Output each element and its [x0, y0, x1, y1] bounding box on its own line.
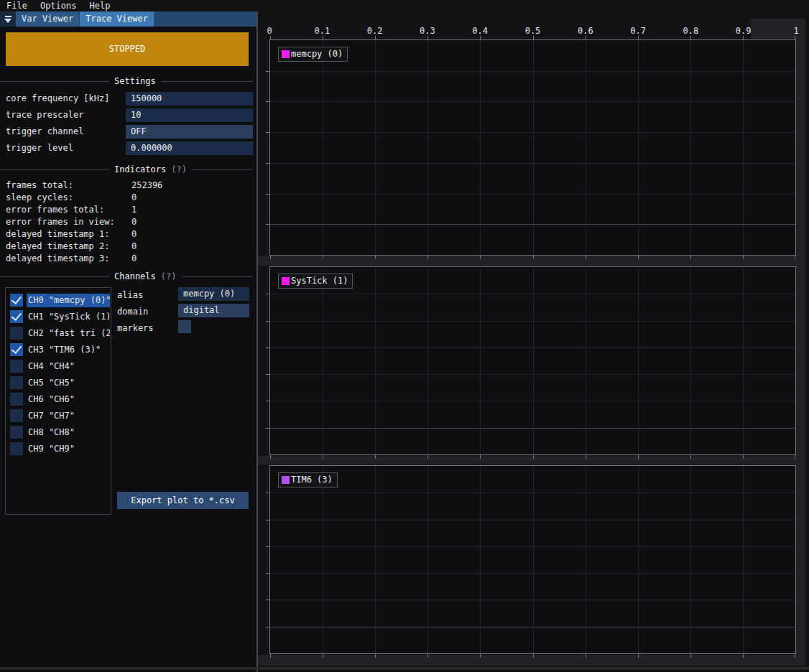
subplot-gap	[258, 655, 805, 666]
channel-row-ch8[interactable]: CH8 "CH8"	[6, 424, 111, 441]
axis-tick	[690, 455, 691, 459]
channel-checkbox-ch5[interactable]	[10, 376, 23, 389]
tab-var-viewer[interactable]: Var Viewer	[16, 11, 79, 27]
channel-checkbox-ch2[interactable]	[10, 327, 23, 340]
axis-tick	[266, 520, 269, 521]
indicator-label: sleep cycles:	[6, 192, 73, 204]
indicator-value: 0	[131, 192, 137, 204]
axis-tick	[266, 374, 269, 375]
gridline	[638, 267, 639, 454]
input-trace-prescaler[interactable]: 10	[126, 108, 253, 122]
subplot-gap[interactable]	[258, 256, 805, 266]
gridline	[480, 267, 481, 454]
channel-label-ch0[interactable]: CH0 "memcpy (0)"	[27, 294, 110, 307]
axis-tick	[266, 163, 269, 164]
indicators-section-title: Indicators (?)	[0, 163, 253, 176]
legend[interactable]: memcpy (0)	[278, 47, 348, 62]
axis-tick	[533, 455, 534, 459]
gridline	[270, 374, 795, 375]
axis-tick	[586, 654, 586, 658]
alias-input[interactable]: memcpy (0)	[178, 287, 249, 301]
menu-item-file[interactable]: File	[6, 1, 27, 11]
gridline	[690, 466, 691, 653]
collapse-arrow-icon[interactable]	[0, 11, 16, 27]
gridline	[375, 267, 376, 454]
channel-label-ch5[interactable]: CH5 "CH5"	[27, 376, 110, 390]
gridline	[270, 132, 795, 133]
axis-tick	[427, 256, 428, 259]
channel-row-ch1[interactable]: CH1 "SysTick (1)"	[6, 309, 111, 325]
axis-tick	[586, 256, 586, 259]
gridline	[586, 40, 586, 255]
channel-list[interactable]: CH0 "memcpy (0)"CH1 "SysTick (1)"CH2 "fa…	[5, 287, 111, 515]
indicator-value: 252396	[131, 179, 162, 192]
axis-tick	[266, 599, 269, 600]
subplot-gap[interactable]	[258, 456, 805, 465]
channel-label-ch9[interactable]: CH9 "CH9"	[27, 442, 110, 456]
channel-row-ch4[interactable]: CH4 "CH4"	[6, 358, 111, 375]
channel-row-ch5[interactable]: CH5 "CH5"	[6, 375, 111, 391]
tab-bar: Var ViewerTrace Viewer	[0, 11, 256, 27]
axis-tick	[795, 455, 795, 459]
subplot-memcpy-0[interactable]: memcpy (0)	[269, 39, 796, 256]
channel-label-ch8[interactable]: CH8 "CH8"	[27, 426, 110, 439]
channel-checkbox-ch6[interactable]	[10, 393, 23, 406]
gridline	[743, 267, 744, 454]
channel-checkbox-ch1[interactable]	[10, 310, 23, 323]
setting-row-core-frequency-khz: core frequency [kHz]150000	[0, 92, 253, 106]
axis-tick	[638, 36, 639, 39]
gridline	[270, 224, 795, 225]
axis-tick	[638, 256, 639, 259]
menu-item-options[interactable]: Options	[40, 1, 77, 11]
gridline	[270, 101, 795, 102]
axis-tick	[323, 455, 323, 459]
channel-label-ch4[interactable]: CH4 "CH4"	[27, 360, 110, 373]
indicator-label: frames total:	[6, 179, 73, 192]
channel-label-ch7[interactable]: CH7 "CH7"	[27, 409, 110, 423]
channel-checkbox-ch0[interactable]	[10, 294, 23, 307]
legend[interactable]: SysTick (1)	[278, 274, 353, 289]
channel-row-ch6[interactable]: CH6 "CH6"	[6, 391, 111, 408]
axis-tick	[795, 654, 795, 658]
indicators-help-icon[interactable]: (?)	[171, 164, 187, 174]
channel-label-ch3[interactable]: CH3 "TIM6 (3)"	[27, 343, 110, 357]
channel-row-ch7[interactable]: CH7 "CH7"	[6, 408, 111, 424]
tab-trace-viewer[interactable]: Trace Viewer	[80, 11, 154, 27]
input-trigger-level[interactable]: 0.000000	[126, 141, 253, 155]
channel-label-ch6[interactable]: CH6 "CH6"	[27, 393, 110, 406]
markers-checkbox[interactable]	[178, 320, 191, 333]
channel-checkbox-ch8[interactable]	[10, 426, 23, 439]
channel-label-ch1[interactable]: CH1 "SysTick (1)"	[27, 310, 110, 324]
axis-tick	[743, 256, 744, 259]
subplot-gap	[796, 19, 805, 666]
input-core-frequency-khz[interactable]: 150000	[126, 92, 253, 106]
channel-label-ch2[interactable]: CH2 "fast tri (2)"	[27, 327, 110, 340]
domain-combo[interactable]: digital	[178, 304, 249, 317]
axis-tick	[480, 654, 481, 658]
gridline	[690, 267, 691, 454]
combo-trigger-channel[interactable]: OFF	[126, 125, 253, 139]
menu-item-help[interactable]: Help	[89, 1, 110, 11]
x-tick-label: 0.5	[517, 26, 549, 36]
indicator-label: error frames in view:	[6, 216, 115, 228]
channels-help-icon[interactable]: (?)	[161, 271, 177, 281]
channel-checkbox-ch9[interactable]	[10, 442, 23, 455]
channel-row-ch9[interactable]: CH9 "CH9"	[6, 441, 111, 457]
acquisition-state-button[interactable]: STOPPED	[6, 32, 249, 66]
channel-checkbox-ch4[interactable]	[10, 360, 23, 373]
channel-checkbox-ch3[interactable]	[10, 343, 23, 356]
setting-label: trace prescaler	[6, 108, 83, 122]
subplot-systick-1[interactable]: SysTick (1)	[269, 266, 796, 455]
gridline	[427, 40, 428, 255]
axis-tick	[427, 654, 428, 658]
channel-row-ch2[interactable]: CH2 "fast tri (2)"	[6, 325, 111, 342]
axis-tick	[266, 428, 269, 429]
export-csv-button[interactable]: Export plot to *.csv	[117, 492, 249, 509]
channel-row-ch0[interactable]: CH0 "memcpy (0)"	[6, 292, 111, 309]
channel-checkbox-ch7[interactable]	[10, 409, 23, 422]
channel-row-ch3[interactable]: CH3 "TIM6 (3)"	[6, 342, 111, 358]
axis-tick	[533, 256, 534, 259]
subplot-tim6-3[interactable]: TIM6 (3)	[269, 465, 796, 654]
legend[interactable]: TIM6 (3)	[278, 472, 338, 487]
axis-tick	[266, 546, 269, 547]
